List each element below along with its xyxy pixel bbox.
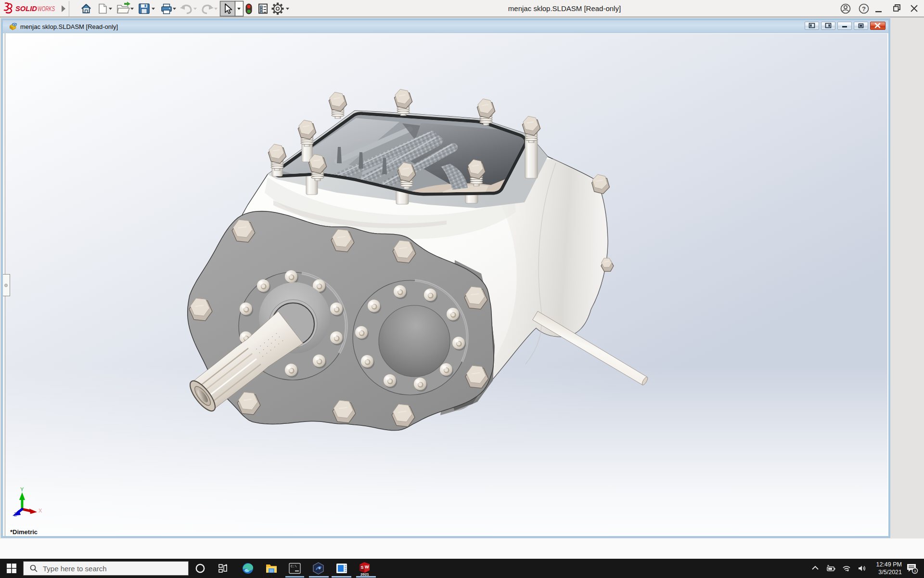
- svg-text:Y: Y: [20, 486, 24, 492]
- svg-text:WORKS: WORKS: [38, 4, 55, 13]
- svg-text:C:\: C:\: [291, 565, 297, 568]
- svg-text:*Dimetric: *Dimetric: [10, 528, 38, 536]
- svg-text:Z: Z: [14, 512, 17, 517]
- svg-text:2021: 2021: [360, 572, 369, 576]
- svg-text:SOLID: SOLID: [15, 4, 37, 13]
- svg-text:X: X: [38, 508, 42, 513]
- svg-text:S: S: [361, 565, 364, 570]
- svg-text:?: ?: [862, 5, 866, 13]
- svg-text:3/5/2021: 3/5/2021: [878, 569, 902, 576]
- svg-text:12:49 PM: 12:49 PM: [876, 561, 902, 568]
- svg-text:W: W: [365, 565, 369, 569]
- svg-text:3: 3: [914, 569, 916, 573]
- svg-text:menjac sklop.SLDASM [Read-only: menjac sklop.SLDASM [Read-only]: [508, 4, 621, 13]
